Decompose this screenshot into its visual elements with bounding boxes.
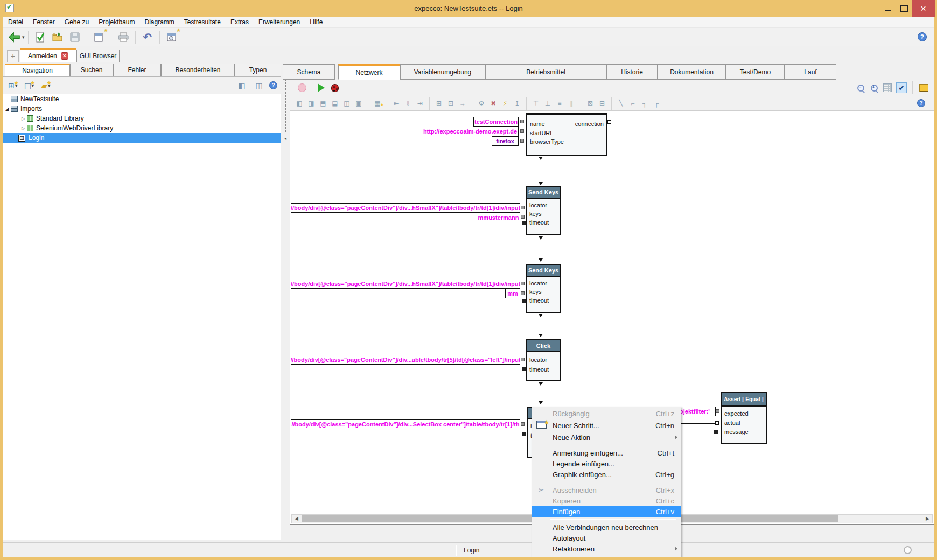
node-open-connection[interactable]: name startURL browserType connection [526, 113, 607, 156]
scroll-right-icon[interactable]: ▶ [923, 515, 932, 523]
input-pin[interactable] [520, 129, 524, 133]
value-browsertype[interactable]: firefox [492, 136, 519, 146]
snap-toggle-icon[interactable]: ✔ [896, 82, 907, 93]
value-keys[interactable]: mmustermann [477, 213, 520, 222]
menu-testresultate[interactable]: Testresultate [184, 18, 221, 26]
tab-suchen[interactable]: Suchen [70, 64, 113, 76]
input-pin[interactable] [521, 422, 525, 426]
value-starturl[interactable]: http://expeccoalm-demo.exept.de [422, 127, 519, 136]
node-click[interactable]: Click locator timeout [526, 339, 561, 381]
upload-icon[interactable]: ↥ [512, 99, 522, 108]
tree-item-standard-library[interactable]: ▷ Standard Library [3, 114, 281, 123]
input-pin[interactable] [716, 409, 719, 413]
input-pin[interactable] [522, 432, 526, 436]
maximize-button[interactable] [896, 0, 912, 17]
align-left-icon[interactable]: ◧ [295, 99, 304, 108]
help-icon[interactable]: ? [918, 32, 927, 41]
menu-extras[interactable]: Extras [230, 18, 249, 26]
tab-fehler[interactable]: Fehler [113, 64, 161, 76]
panel-splitter[interactable]: ◂ ◂ [281, 64, 290, 540]
minimize-button[interactable] [879, 0, 896, 17]
context-menu-item-refaktorieren[interactable]: Refaktorieren [532, 543, 681, 554]
center-horizontal-icon[interactable]: ◫ [342, 99, 352, 108]
value-locator[interactable]: //body/div[@class="pageContentDiv"]/div.… [291, 355, 520, 365]
expander-collapsed-icon[interactable]: ▷ [20, 116, 26, 121]
context-menu-item-neuer-schritt[interactable]: ★ Neuer Schritt... Ctrl+n [532, 419, 681, 432]
context-menu-item-einfuegen[interactable]: Einfügen Ctrl+v [532, 506, 681, 517]
close-button[interactable]: ✕ [912, 0, 935, 17]
copy-step-icon[interactable]: ⊞ [434, 99, 444, 108]
tab-netzwerk[interactable]: Netzwerk [338, 64, 400, 80]
undo-icon[interactable]: ↶ [141, 30, 155, 44]
value-locator[interactable]: //body/div[@class="pageContentDiv"]/div.… [291, 419, 520, 429]
insert-right-icon[interactable]: ⇥ [415, 99, 425, 108]
print-icon[interactable] [116, 30, 130, 44]
right-help-icon[interactable]: ? [917, 99, 925, 107]
context-menu-item-alle-verbindungen-neu-berechnen[interactable]: Alle Verbindungen neu berechnen [532, 522, 681, 533]
show-list-icon[interactable] [919, 84, 928, 92]
run-icon[interactable] [318, 83, 325, 92]
center-vertical-icon[interactable]: ▣ [354, 99, 363, 108]
back-icon[interactable] [8, 30, 22, 44]
zoom-in-icon[interactable]: + [870, 84, 878, 92]
line-vh-icon[interactable]: ┌ [652, 99, 661, 108]
input-pin[interactable] [521, 358, 525, 361]
back-dropdown-icon[interactable]: ▾ [22, 34, 25, 40]
tab-typen[interactable]: Typen [235, 64, 281, 76]
expander-collapsed-icon[interactable]: ▷ [20, 126, 26, 131]
menu-gehe-zu[interactable]: Gehe zu [65, 18, 89, 26]
node-send-keys-1[interactable]: Send Keys locator keys timeout [526, 186, 561, 235]
input-pin[interactable] [522, 299, 526, 303]
splitter-handle[interactable] [285, 75, 286, 134]
distribute-horizontal-icon[interactable]: ∥ [567, 99, 576, 108]
value-name[interactable]: testConnection [473, 117, 519, 127]
line-diagonal-icon[interactable]: ╲ [616, 99, 626, 108]
align-top-icon[interactable]: ⬒ [318, 99, 328, 108]
tab-navigation[interactable]: Navigation [5, 64, 70, 76]
align-right-icon[interactable]: ◨ [306, 99, 316, 108]
move-right-icon[interactable]: → [458, 99, 467, 108]
new-diagram-menu-icon[interactable]: ⊞★ [6, 81, 16, 90]
output-pin-connection[interactable] [607, 120, 611, 124]
input-pin[interactable] [521, 291, 525, 295]
tree-item-seleniumwebdriverlibrary[interactable]: ▷ SeleniumWebDriverLibrary [3, 123, 281, 133]
input-pin[interactable] [520, 120, 524, 123]
context-menu-item-legende-einfuegen[interactable]: Legende einfügen... [532, 458, 681, 469]
value-locator[interactable]: //body/div[@class="pageContentDiv"]/div.… [291, 279, 520, 289]
tab-dokumentation[interactable]: Dokumentation [658, 64, 726, 80]
line-step-icon[interactable]: ⌐ [628, 99, 638, 108]
menu-erweiterungen[interactable]: Erweiterungen [258, 18, 300, 26]
context-menu-item-graphik-einfuegen[interactable]: Graphik einfügen... Ctrl+g [532, 469, 681, 480]
scroll-left-icon[interactable]: ◀ [292, 515, 301, 523]
menu-hilfe[interactable]: Hilfe [310, 18, 323, 26]
context-menu-item-anmerkung-einfuegen[interactable]: Anmerkung einfügen... Ctrl+t [532, 447, 681, 458]
tree-item-imports[interactable]: ◢ Imports [3, 104, 281, 114]
panel-split-icon[interactable]: ◫ [254, 81, 264, 90]
new-window-icon[interactable]: ★ [92, 30, 106, 44]
input-pin[interactable] [521, 282, 525, 285]
panel-layout-icon[interactable]: ◧ [237, 81, 247, 90]
tab-anmelden[interactable]: Anmelden ✕ [20, 48, 76, 62]
input-pin[interactable] [520, 139, 524, 143]
save-icon[interactable] [68, 30, 82, 44]
open-folder-icon[interactable] [51, 30, 65, 44]
tab-variablenumgebung[interactable]: Variablenumgebung [400, 64, 485, 80]
tab-schema[interactable]: Schema [283, 64, 335, 80]
distribute-vertical-icon[interactable]: ≡ [555, 99, 564, 108]
input-pin[interactable] [715, 421, 719, 425]
recompute-connection-icon[interactable]: ⊟ [597, 99, 607, 108]
insert-below-icon[interactable]: ⇩ [403, 99, 413, 108]
remove-icon[interactable]: ✖ [488, 99, 498, 108]
insert-left-icon[interactable]: ⇤ [391, 99, 401, 108]
menu-projektbaum[interactable]: Projektbaum [99, 18, 135, 26]
pin-top-icon[interactable]: ⊤ [531, 99, 541, 108]
expander-expanded-icon[interactable]: ◢ [4, 107, 10, 111]
input-pin[interactable] [521, 206, 525, 209]
tab-test-demo[interactable]: Test/Demo [726, 64, 785, 80]
zoom-out-icon[interactable]: − [857, 84, 865, 92]
accept-check-icon[interactable] [33, 30, 47, 44]
tab-close-icon[interactable]: ✕ [61, 52, 68, 60]
tree-item-newtestsuite[interactable]: NewTestsuite [3, 94, 281, 104]
debug-icon[interactable] [331, 84, 339, 92]
add-tab-button[interactable]: + [7, 50, 19, 62]
